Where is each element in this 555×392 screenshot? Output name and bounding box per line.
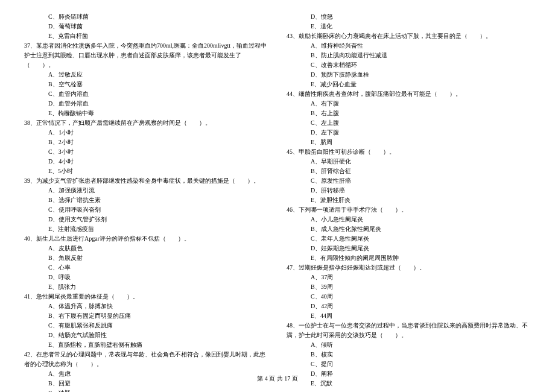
left-column: C、肺炎链球菌 D、葡萄球菌 E、克雷白杆菌 37、某患者因消化性溃疡多年入院，…: [24, 12, 268, 392]
option: C、40周: [287, 292, 531, 302]
option: D、使用支气管扩张剂: [24, 215, 268, 224]
option: E、注射流感疫苗: [24, 224, 268, 234]
option: B、核实: [287, 350, 531, 359]
option: E、减少回心血量: [287, 80, 531, 89]
question-40: 40、新生儿出生后进行Apgar评分的评价指标不包括（ ）。: [24, 234, 268, 244]
option: B、右上腹: [287, 109, 531, 118]
option: D、肝转移癌: [287, 186, 531, 195]
option: B、角膜反射: [24, 253, 268, 263]
option: B、防止肌肉功能退行性减退: [287, 51, 531, 60]
option: A、维持神经兴奋性: [287, 41, 531, 51]
option: E、克雷白杆菌: [24, 31, 268, 41]
option: B、成人急性化脓性阑尾炎: [287, 224, 531, 234]
option: C、提问: [287, 359, 531, 369]
option: E、直肠指检，直肠前壁右侧有触痛: [24, 340, 268, 350]
option: D、血管外溶血: [24, 99, 268, 109]
option: C、肺炎链球菌: [24, 12, 268, 22]
option: D、愤怒: [287, 12, 531, 22]
option: C、心率: [24, 263, 268, 273]
question-43: 43、鼓励长期卧床的心力衰竭患者在床上活动下肢，其主要目的是（ ）。: [287, 31, 531, 41]
question-41: 41、急性阑尾炎最重要的体征是（ ）。: [24, 292, 268, 302]
option: E、44周: [287, 311, 531, 321]
option: E、5小时: [24, 166, 268, 176]
option: C、改善末梢循环: [287, 60, 531, 70]
question-42: 42、在患者常见的心理问题中，常表现与年龄、社会角色不相符合，像回到婴儿时期，此…: [24, 350, 268, 369]
option: C、老年人急性阑尾炎: [287, 234, 531, 244]
option: D、结肠充气试验阳性: [24, 330, 268, 340]
question-48: 48、一位护士在与一位患者交谈的过程中，当患者谈到住院以来的高额费用时异常激动、…: [287, 321, 531, 340]
option: A、倾听: [287, 340, 531, 350]
option: A、过敏反应: [24, 70, 268, 80]
question-39: 39、为减少支气管扩张患者肺部继发性感染和全身中毒症状，最关键的措施是（ ）。: [24, 176, 268, 186]
option: B、2小时: [24, 138, 268, 147]
option: D、葡萄球菌: [24, 22, 268, 31]
option: C、左上腹: [287, 118, 531, 128]
option: A、体温升高，脉搏加快: [24, 302, 268, 311]
option: E、脐周: [287, 138, 531, 147]
option: E、肌张力: [24, 282, 268, 292]
option: D、呼吸: [24, 273, 268, 282]
option: B、选择广谱抗生素: [24, 195, 268, 205]
option: B、39周: [287, 282, 531, 292]
option: A、加强痰液引流: [24, 186, 268, 195]
option: C、猜疑: [24, 388, 268, 392]
option: C、3小时: [24, 147, 268, 157]
option: D、42周: [287, 302, 531, 311]
option: A、37周: [287, 273, 531, 282]
question-44: 44、细菌性痢疾患者查体时，腹部压痛部位最有可能是（ ）。: [287, 89, 531, 99]
option: D、妊娠期急性阑尾炎: [287, 244, 531, 253]
question-45: 45、甲胎蛋白阳性可初步诊断（ ）。: [287, 147, 531, 157]
question-37: 37、某患者因消化性溃疡多年入院，今突然呕血约700ml,医嘱：全血200mli…: [24, 41, 268, 70]
option: C、有腹肌紧张和反跳痛: [24, 321, 268, 330]
question-38: 38、正常情况下，产妇顺产后需继续留在产房观察的时间是（ ）。: [24, 118, 268, 128]
option: A、右下腹: [287, 99, 531, 109]
option: A、早期肝硬化: [287, 157, 531, 166]
option: E、淤胆性肝炎: [287, 195, 531, 205]
page-columns: C、肺炎链球菌 D、葡萄球菌 E、克雷白杆菌 37、某患者因消化性溃疡多年入院，…: [24, 12, 531, 392]
option: D、左下腹: [287, 128, 531, 138]
option: C、使用呼吸兴奋剂: [24, 205, 268, 215]
option: B、右下腹有固定而明显的压痛: [24, 311, 268, 321]
question-46: 46、下列哪一项适用于非手术疗法（ ）。: [287, 205, 531, 215]
page-footer: 第 4 页 共 17 页: [0, 375, 555, 383]
option: A、1小时: [24, 128, 268, 138]
option: C、血管内溶血: [24, 89, 268, 99]
option: B、空气栓塞: [24, 80, 268, 89]
option: C、原发性肝癌: [287, 176, 531, 186]
right-column: D、愤怒 E、退化 43、鼓励长期卧床的心力衰竭患者在床上活动下肢，其主要目的是…: [287, 12, 531, 392]
option: E、退化: [287, 22, 531, 31]
option: E、有局限性倾向的阑尾周围脓肿: [287, 253, 531, 263]
option: D、预防下肢静脉血栓: [287, 70, 531, 80]
option: A、小儿急性阑尾炎: [287, 215, 531, 224]
option: A、皮肤颜色: [24, 244, 268, 253]
option: D、4小时: [24, 157, 268, 166]
option: E、枸橼酸钠中毒: [24, 109, 268, 118]
option: B、肝肾综合征: [287, 166, 531, 176]
question-47: 47、过期妊娠是指孕妇妊娠期达到或超过（ ）。: [287, 263, 531, 273]
